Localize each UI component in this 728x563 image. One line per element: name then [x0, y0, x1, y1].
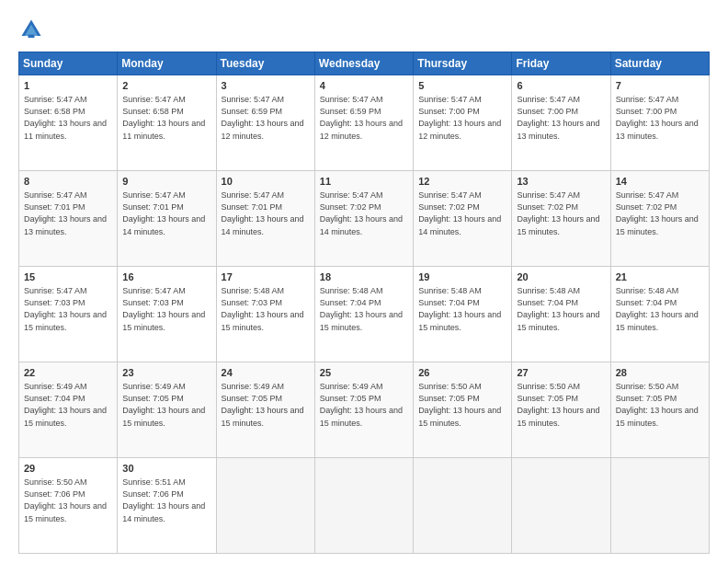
day-number: 30 — [122, 462, 210, 476]
calendar-header-thursday: Thursday — [414, 52, 512, 75]
header — [18, 17, 710, 42]
svg-rect-2 — [28, 35, 35, 39]
calendar-cell — [314, 458, 413, 554]
day-info: Sunrise: 5:47 AMSunset: 7:00 PMDaylight:… — [418, 94, 506, 142]
day-number: 15 — [24, 270, 112, 284]
day-info: Sunrise: 5:47 AMSunset: 6:59 PMDaylight:… — [222, 94, 310, 142]
day-number: 25 — [320, 366, 408, 380]
calendar-cell: 3Sunrise: 5:47 AMSunset: 6:59 PMDaylight… — [216, 75, 314, 171]
day-number: 13 — [517, 175, 605, 189]
calendar-cell: 13Sunrise: 5:47 AMSunset: 7:02 PMDayligh… — [512, 171, 610, 267]
day-number: 4 — [320, 79, 408, 93]
day-number: 6 — [517, 79, 605, 93]
calendar-cell: 25Sunrise: 5:49 AMSunset: 7:05 PMDayligh… — [314, 362, 413, 458]
calendar-cell: 21Sunrise: 5:48 AMSunset: 7:04 PMDayligh… — [610, 267, 709, 362]
calendar-table: SundayMondayTuesdayWednesdayThursdayFrid… — [18, 52, 710, 554]
calendar-cell: 16Sunrise: 5:47 AMSunset: 7:03 PMDayligh… — [118, 267, 216, 362]
calendar-header-sunday: Sunday — [19, 52, 118, 75]
day-info: Sunrise: 5:49 AMSunset: 7:05 PMDaylight:… — [122, 381, 210, 429]
calendar-cell: 6Sunrise: 5:47 AMSunset: 7:00 PMDaylight… — [512, 75, 610, 171]
day-info: Sunrise: 5:47 AMSunset: 7:03 PMDaylight:… — [24, 285, 112, 333]
day-info: Sunrise: 5:51 AMSunset: 7:06 PMDaylight:… — [122, 477, 210, 524]
logo — [18, 17, 48, 42]
calendar-header-row: SundayMondayTuesdayWednesdayThursdayFrid… — [19, 52, 710, 75]
day-info: Sunrise: 5:50 AMSunset: 7:05 PMDaylight:… — [517, 381, 605, 429]
day-number: 12 — [418, 175, 506, 189]
calendar-cell: 4Sunrise: 5:47 AMSunset: 6:59 PMDaylight… — [314, 75, 413, 171]
day-number: 23 — [122, 366, 210, 380]
day-info: Sunrise: 5:47 AMSunset: 7:01 PMDaylight:… — [222, 190, 310, 237]
day-info: Sunrise: 5:50 AMSunset: 7:05 PMDaylight:… — [418, 381, 506, 429]
day-number: 1 — [24, 79, 112, 93]
day-info: Sunrise: 5:47 AMSunset: 7:02 PMDaylight:… — [616, 190, 704, 237]
calendar-week-1: 8Sunrise: 5:47 AMSunset: 7:01 PMDaylight… — [19, 171, 710, 267]
calendar-cell — [512, 458, 610, 554]
day-number: 11 — [320, 175, 408, 189]
day-number: 16 — [122, 270, 210, 284]
calendar-cell — [610, 458, 709, 554]
day-number: 5 — [418, 79, 506, 93]
day-number: 18 — [320, 270, 408, 284]
day-info: Sunrise: 5:48 AMSunset: 7:04 PMDaylight:… — [616, 285, 704, 333]
day-info: Sunrise: 5:48 AMSunset: 7:03 PMDaylight:… — [222, 285, 310, 333]
day-number: 21 — [616, 270, 704, 284]
day-number: 19 — [418, 270, 506, 284]
calendar-cell: 11Sunrise: 5:47 AMSunset: 7:02 PMDayligh… — [314, 171, 413, 267]
day-info: Sunrise: 5:47 AMSunset: 7:03 PMDaylight:… — [122, 285, 210, 333]
day-info: Sunrise: 5:47 AMSunset: 6:58 PMDaylight:… — [122, 94, 210, 142]
day-info: Sunrise: 5:49 AMSunset: 7:04 PMDaylight:… — [24, 381, 112, 429]
calendar-cell: 30Sunrise: 5:51 AMSunset: 7:06 PMDayligh… — [118, 458, 216, 554]
calendar-cell: 2Sunrise: 5:47 AMSunset: 6:58 PMDaylight… — [118, 75, 216, 171]
calendar-cell: 26Sunrise: 5:50 AMSunset: 7:05 PMDayligh… — [414, 362, 512, 458]
day-info: Sunrise: 5:48 AMSunset: 7:04 PMDaylight:… — [320, 285, 408, 333]
day-info: Sunrise: 5:47 AMSunset: 6:58 PMDaylight:… — [24, 94, 112, 142]
day-info: Sunrise: 5:49 AMSunset: 7:05 PMDaylight:… — [320, 381, 408, 429]
day-number: 27 — [517, 366, 605, 380]
calendar-header-saturday: Saturday — [610, 52, 709, 75]
day-number: 29 — [24, 462, 112, 476]
calendar-cell — [216, 458, 314, 554]
calendar-header-monday: Monday — [118, 52, 216, 75]
calendar-cell: 28Sunrise: 5:50 AMSunset: 7:05 PMDayligh… — [610, 362, 709, 458]
calendar-week-2: 15Sunrise: 5:47 AMSunset: 7:03 PMDayligh… — [19, 267, 710, 362]
day-number: 17 — [222, 270, 310, 284]
day-number: 3 — [222, 79, 310, 93]
day-info: Sunrise: 5:48 AMSunset: 7:04 PMDaylight:… — [517, 285, 605, 333]
calendar-cell: 23Sunrise: 5:49 AMSunset: 7:05 PMDayligh… — [118, 362, 216, 458]
day-info: Sunrise: 5:47 AMSunset: 6:59 PMDaylight:… — [320, 94, 408, 142]
day-info: Sunrise: 5:47 AMSunset: 7:00 PMDaylight:… — [616, 94, 704, 142]
day-number: 20 — [517, 270, 605, 284]
day-number: 22 — [24, 366, 112, 380]
day-info: Sunrise: 5:47 AMSunset: 7:02 PMDaylight:… — [418, 190, 506, 237]
calendar-cell: 8Sunrise: 5:47 AMSunset: 7:01 PMDaylight… — [19, 171, 118, 267]
day-number: 8 — [24, 175, 112, 189]
day-number: 7 — [616, 79, 704, 93]
calendar-cell: 20Sunrise: 5:48 AMSunset: 7:04 PMDayligh… — [512, 267, 610, 362]
calendar-cell: 14Sunrise: 5:47 AMSunset: 7:02 PMDayligh… — [610, 171, 709, 267]
calendar-cell: 24Sunrise: 5:49 AMSunset: 7:05 PMDayligh… — [216, 362, 314, 458]
calendar-cell: 15Sunrise: 5:47 AMSunset: 7:03 PMDayligh… — [19, 267, 118, 362]
calendar-cell: 27Sunrise: 5:50 AMSunset: 7:05 PMDayligh… — [512, 362, 610, 458]
day-info: Sunrise: 5:47 AMSunset: 7:01 PMDaylight:… — [24, 190, 112, 237]
calendar-week-0: 1Sunrise: 5:47 AMSunset: 6:58 PMDaylight… — [19, 75, 710, 171]
calendar-header-tuesday: Tuesday — [216, 52, 314, 75]
day-info: Sunrise: 5:47 AMSunset: 7:00 PMDaylight:… — [517, 94, 605, 142]
calendar-header-friday: Friday — [512, 52, 610, 75]
calendar-cell — [414, 458, 512, 554]
calendar-cell: 9Sunrise: 5:47 AMSunset: 7:01 PMDaylight… — [118, 171, 216, 267]
day-number: 26 — [418, 366, 506, 380]
calendar-cell: 5Sunrise: 5:47 AMSunset: 7:00 PMDaylight… — [414, 75, 512, 171]
calendar-week-3: 22Sunrise: 5:49 AMSunset: 7:04 PMDayligh… — [19, 362, 710, 458]
calendar-cell: 10Sunrise: 5:47 AMSunset: 7:01 PMDayligh… — [216, 171, 314, 267]
day-info: Sunrise: 5:47 AMSunset: 7:02 PMDaylight:… — [517, 190, 605, 237]
day-info: Sunrise: 5:49 AMSunset: 7:05 PMDaylight:… — [222, 381, 310, 429]
day-number: 2 — [122, 79, 210, 93]
calendar-cell: 18Sunrise: 5:48 AMSunset: 7:04 PMDayligh… — [314, 267, 413, 362]
day-info: Sunrise: 5:50 AMSunset: 7:06 PMDaylight:… — [24, 477, 112, 524]
day-info: Sunrise: 5:48 AMSunset: 7:04 PMDaylight:… — [418, 285, 506, 333]
calendar-cell: 7Sunrise: 5:47 AMSunset: 7:00 PMDaylight… — [610, 75, 709, 171]
logo-icon — [18, 17, 44, 42]
day-number: 14 — [616, 175, 704, 189]
day-info: Sunrise: 5:47 AMSunset: 7:02 PMDaylight:… — [320, 190, 408, 237]
day-info: Sunrise: 5:47 AMSunset: 7:01 PMDaylight:… — [122, 190, 210, 237]
